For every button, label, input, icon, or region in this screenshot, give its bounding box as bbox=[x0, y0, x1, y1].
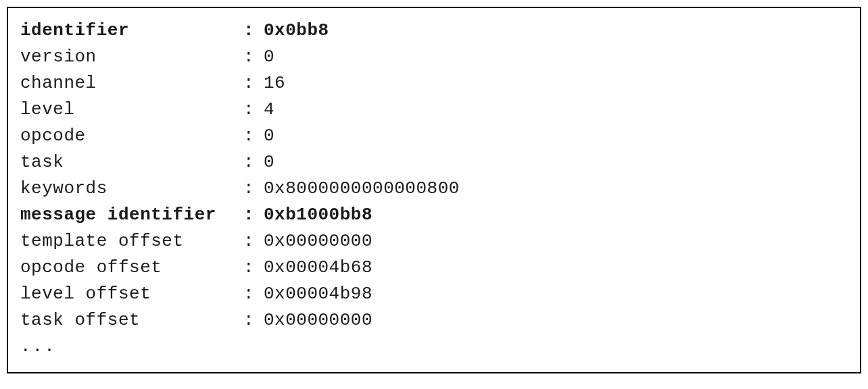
property-row: task:0 bbox=[20, 149, 848, 176]
property-row: opcode offset:0x00004b68 bbox=[20, 255, 848, 281]
colon-separator: : bbox=[243, 307, 264, 334]
property-label: task offset bbox=[20, 307, 243, 334]
property-value: 0x0bb8 bbox=[264, 18, 848, 44]
property-label: level bbox=[20, 97, 243, 123]
property-row: channel:16 bbox=[20, 70, 848, 97]
colon-separator: : bbox=[243, 44, 264, 70]
property-label: level offset bbox=[20, 281, 243, 307]
property-value: 0x00004b68 bbox=[264, 255, 848, 281]
colon-separator: : bbox=[243, 97, 264, 123]
colon-separator: : bbox=[243, 228, 264, 255]
colon-separator: : bbox=[243, 202, 264, 228]
output-panel: identifier:0x0bb8version:0channel:16leve… bbox=[7, 7, 861, 373]
property-row: version:0 bbox=[20, 44, 848, 70]
property-label: task bbox=[20, 149, 243, 176]
property-label: channel bbox=[20, 70, 243, 97]
property-value: 0 bbox=[264, 44, 848, 70]
property-label: opcode offset bbox=[20, 255, 243, 281]
colon-separator: : bbox=[243, 176, 264, 202]
colon-separator: : bbox=[243, 18, 264, 44]
colon-separator: : bbox=[243, 149, 264, 176]
colon-separator: : bbox=[243, 255, 264, 281]
property-row: identifier:0x0bb8 bbox=[20, 18, 848, 44]
colon-separator: : bbox=[243, 70, 264, 97]
property-value: 0x8000000000000800 bbox=[264, 176, 848, 202]
colon-separator: : bbox=[243, 123, 264, 149]
property-row: template offset:0x00000000 bbox=[20, 228, 848, 255]
property-value: 16 bbox=[264, 70, 848, 97]
property-value: 4 bbox=[264, 97, 848, 123]
property-value: 0 bbox=[264, 123, 848, 149]
property-label: opcode bbox=[20, 123, 243, 149]
ellipsis-line: ... bbox=[20, 334, 848, 360]
property-row: keywords:0x8000000000000800 bbox=[20, 176, 848, 202]
property-row: level:4 bbox=[20, 97, 848, 123]
property-value: 0x00000000 bbox=[264, 307, 848, 334]
colon-separator: : bbox=[243, 281, 264, 307]
property-label: keywords bbox=[20, 176, 243, 202]
property-label: template offset bbox=[20, 228, 243, 255]
property-label: message identifier bbox=[20, 202, 243, 228]
property-label: identifier bbox=[20, 18, 243, 44]
property-label: version bbox=[20, 44, 243, 70]
property-row: level offset:0x00004b98 bbox=[20, 281, 848, 307]
property-value: 0x00000000 bbox=[264, 228, 848, 255]
property-row: task offset:0x00000000 bbox=[20, 307, 848, 334]
property-row: opcode:0 bbox=[20, 123, 848, 149]
property-value: 0xb1000bb8 bbox=[264, 202, 848, 228]
property-row: message identifier:0xb1000bb8 bbox=[20, 202, 848, 228]
rows-container: identifier:0x0bb8version:0channel:16leve… bbox=[20, 18, 848, 334]
property-value: 0x00004b98 bbox=[264, 281, 848, 307]
property-value: 0 bbox=[264, 149, 848, 176]
